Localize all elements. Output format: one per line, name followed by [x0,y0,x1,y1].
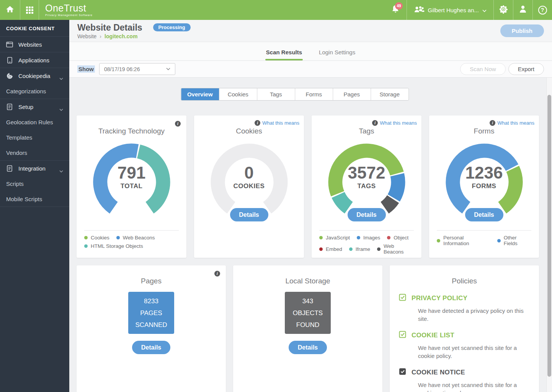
what-this-means-link[interactable]: What this means [490,120,534,126]
legend-dot [84,236,88,239]
chevron-down-icon [482,7,487,13]
sidebar-item-setup[interactable]: Setup [0,99,69,114]
policy-description: We have detected a privacy policy on thi… [418,307,530,323]
policy-label: COOKIE NOTICE [412,369,465,376]
info-icon[interactable] [214,271,220,277]
local-storage-card: Local Storage 343 OBJECTS FOUND Details [233,265,382,392]
subtab-pages[interactable]: Pages [333,88,371,100]
show-label: Show [77,65,95,73]
page-title: Website Details [77,23,142,33]
sidebar-item-cookiepedia[interactable]: Cookiepedia [0,68,69,83]
chevron-down-icon [166,68,170,70]
what-this-means-link[interactable]: What this means [255,120,299,126]
subtab-forms[interactable]: Forms [295,88,333,100]
cookies-value: 0 [207,164,291,182]
brand-logo[interactable]: OneTrust Privacy Management Software [39,0,93,20]
gauge-center: 791 TOTAL [90,164,174,190]
scan-now-button[interactable]: Scan Now [460,63,505,75]
sidebar-item-geolocation-rules[interactable]: Geolocation Rules [0,114,69,130]
legend-dot [349,247,353,251]
tracking-legend: Cookies Web Beacons HTML Storage Objects [84,230,179,252]
tab-scan-results[interactable]: Scan Results [266,49,302,60]
tags-details-button[interactable]: Details [348,208,386,221]
scrollbar-thumb[interactable] [547,95,551,377]
policy-label: COOKIE LIST [412,332,454,339]
legend-dot [357,236,360,239]
account-button[interactable] [513,0,532,20]
help-icon [538,6,547,15]
card-title: Tags [312,127,421,135]
pages-details-button[interactable]: Details [132,341,170,354]
gauge-center: 1236 FORMS [442,164,526,190]
subtab-cookies[interactable]: Cookies [219,88,257,100]
legend-dot [319,236,323,239]
notifications-button[interactable]: 49 [384,0,407,20]
legend-dot [116,236,120,239]
breadcrumb-separator-icon [100,33,101,39]
legend-dot [377,247,381,251]
card-title: Tracking Technology [77,127,186,135]
info-icon[interactable] [175,121,181,127]
vertical-scrollbar[interactable] [546,78,552,392]
forms-details-button[interactable]: Details [465,208,503,221]
home-icon [6,5,14,15]
objects-found-box: 343 OBJECTS FOUND [285,292,331,334]
top-navigation-bar: OneTrust Privacy Management Software 49 … [0,0,552,20]
legend-item: Cookies [84,235,109,241]
sidebar: COOKIE CONSENT Websites Applications Coo… [0,20,69,392]
publish-button[interactable]: Publish [500,24,544,37]
tags-value: 3572 [325,164,409,182]
grid-icon [26,7,33,14]
tags-legend: JavaScript Images Object Embed Iframe We… [319,230,414,257]
tracking-total-unit: TOTAL [90,182,174,190]
sidebar-item-scripts[interactable]: Scripts [0,176,69,191]
notification-count-badge: 49 [395,2,402,10]
sidebar-item-websites[interactable]: Websites [0,37,69,52]
scan-toolbar: Show 08/17/19 06:26 Scan Now Export [69,61,552,78]
sidebar-item-mobile-scripts[interactable]: Mobile Scripts [0,191,69,207]
checkbox-filled-icon [399,368,406,377]
checkbox-checked-icon [399,294,406,303]
cookies-details-button[interactable]: Details [230,208,268,221]
policy-label: PRIVACY POLICY [412,294,467,302]
sidebar-item-integration[interactable]: Integration [0,161,69,176]
tab-login-settings[interactable]: Login Settings [319,49,355,60]
document-icon [6,165,13,172]
cookie-icon [6,73,13,79]
tags-card: What this means Tags 3572 TAGS Details J… [312,115,421,258]
settings-button[interactable] [494,0,513,20]
legend-item: Web Beacons [377,243,414,255]
checkbox-checked-icon [399,331,406,340]
card-title: Pages [77,277,226,285]
sidebar-item-applications[interactable]: Applications [0,52,69,68]
policy-description: We have not yet scanned this site for a … [418,344,530,360]
cookies-unit: COOKIES [207,182,291,190]
legend-item: Object [387,235,408,241]
card-title: Forms [429,127,539,135]
sidebar-item-templates[interactable]: Templates [0,130,69,145]
legend-item: Web Beacons [116,235,155,241]
help-button[interactable] [533,0,552,20]
brand-subtitle: Privacy Management Software [45,13,93,17]
detail-cards-row: Pages 8233 PAGES SCANNED Details Local S… [77,265,539,392]
local-storage-details-button[interactable]: Details [289,341,327,354]
legend-item: Other Fields [497,235,531,246]
legend-dot [497,239,501,242]
tags-unit: TAGS [325,182,409,190]
sidebar-item-categorizations[interactable]: Categorizations [0,83,69,99]
sidebar-item-vendors[interactable]: Vendors [0,145,69,160]
home-button[interactable] [0,0,20,20]
tracking-technology-card: Tracking Technology 791 TOTAL Cookies We… [77,115,186,258]
policy-description: We have not yet scanned this site for a … [418,381,530,392]
export-button[interactable]: Export [508,63,544,75]
scan-date-select[interactable]: 08/17/19 06:26 [99,63,175,75]
user-org-menu[interactable]: Gilbert Hughes an... [407,0,493,20]
breadcrumb-root[interactable]: Website [77,33,96,39]
cookies-card: What this means Cookies 0 COOKIES Detail… [194,115,304,258]
subtab-tags[interactable]: Tags [257,88,295,100]
subtab-overview[interactable]: Overview [181,88,219,100]
app-launcher-button[interactable] [20,0,39,20]
browser-icon [6,42,13,47]
subtab-storage[interactable]: Storage [371,88,408,100]
what-this-means-link[interactable]: What this means [372,120,417,126]
